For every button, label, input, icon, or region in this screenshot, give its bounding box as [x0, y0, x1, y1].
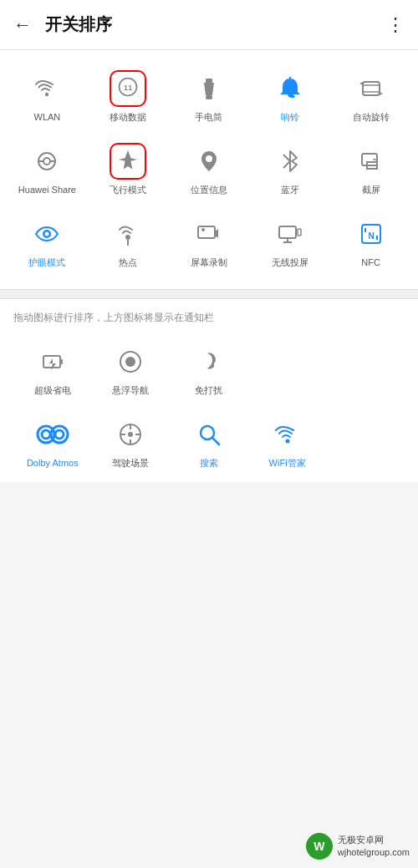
auto-rotate-icon — [358, 75, 385, 102]
wireless-projection-label: 无线投屏 — [272, 257, 308, 268]
search-icon — [196, 421, 222, 448]
nfc-icon-wrap: N — [353, 216, 390, 252]
grid-item-empty-6 — [326, 406, 405, 479]
grid-item-location[interactable]: 位置信息 — [169, 133, 250, 206]
svg-line-15 — [283, 161, 290, 168]
hotspot-label: 热点 — [119, 257, 137, 268]
super-battery-icon-wrap — [34, 343, 71, 380]
svg-rect-34 — [125, 357, 135, 367]
auto-rotate-icon-wrap — [353, 70, 390, 107]
svg-line-46 — [212, 438, 219, 444]
screen-record-label: 屏幕录制 — [191, 257, 227, 268]
grid-item-super-battery[interactable]: 超级省电 — [13, 333, 92, 406]
svg-marker-4 — [204, 83, 214, 95]
svg-point-38 — [55, 430, 64, 439]
wireless-projection-icon-wrap — [272, 216, 308, 252]
hotspot-icon — [115, 221, 141, 247]
grid-row-2: Huawei Share 飞行模式 — [7, 133, 411, 206]
dnd-label: 免打扰 — [195, 385, 222, 396]
huawei-share-label: Huawei Share — [18, 185, 76, 195]
flashlight-icon-wrap — [191, 70, 227, 107]
svg-rect-5 — [206, 95, 212, 99]
watermark: W 无极安卓网 wjhotelgroup.com — [306, 833, 410, 860]
grid-item-flashlight[interactable]: 手电筒 — [169, 60, 250, 133]
grid-row-4: 超级省电 悬浮导航 免打扰 — [13, 333, 405, 406]
section-divider — [0, 289, 418, 299]
wlan-icon-wrap — [28, 70, 65, 107]
auto-rotate-label: 自动旋转 — [353, 112, 390, 123]
eye-care-icon-wrap — [28, 216, 65, 252]
super-battery-icon — [39, 348, 66, 375]
grid-item-eye-care[interactable]: 护眼模式 — [7, 206, 88, 278]
grid-item-search[interactable]: 搜索 — [170, 406, 248, 479]
ringtone-label: 响铃 — [281, 112, 299, 123]
grid-item-empty-5 — [326, 333, 405, 406]
screenshot-icon-wrap — [353, 143, 390, 180]
svg-text:11: 11 — [124, 83, 133, 92]
svg-point-40 — [128, 432, 133, 437]
grid-item-screen-record[interactable]: 屏幕录制 — [169, 206, 250, 278]
grid-item-driving[interactable]: 驾驶场景 — [92, 406, 171, 479]
grid-item-ringtone[interactable]: 响铃 — [249, 60, 330, 133]
nfc-icon: N — [358, 221, 385, 247]
eye-care-icon — [33, 221, 60, 247]
search-label: 搜索 — [200, 458, 218, 469]
grid-item-wlan[interactable]: WLAN — [7, 60, 88, 133]
wifi-manager-icon-wrap — [269, 416, 306, 453]
svg-point-0 — [45, 93, 48, 96]
svg-rect-21 — [198, 226, 215, 238]
float-nav-icon-wrap — [112, 343, 149, 380]
mobile-data-icon: 11 — [116, 75, 140, 99]
watermark-line2: wjhotelgroup.com — [338, 846, 410, 859]
wifi-manager-icon — [274, 421, 301, 448]
search-icon-wrap — [191, 416, 227, 453]
grid-item-mobile-data[interactable]: 11 移动数据 — [88, 60, 169, 133]
super-battery-label: 超级省电 — [34, 385, 71, 396]
bluetooth-icon-wrap — [272, 143, 308, 180]
hint-text: 拖动图标进行排序，上方图标将显示在通知栏 — [13, 311, 405, 325]
grid-item-dnd[interactable]: 免打扰 — [170, 333, 248, 406]
grid-item-wireless-projection[interactable]: 无线投屏 — [249, 206, 330, 278]
grid-item-nfc[interactable]: N NFC — [330, 206, 411, 278]
svg-point-13 — [206, 155, 212, 162]
grid-item-float-nav[interactable]: 悬浮导航 — [92, 333, 171, 406]
screenshot-icon — [358, 148, 385, 175]
svg-rect-25 — [298, 229, 301, 236]
dolby-icon — [36, 423, 69, 446]
grid-row-5: Dolby Atmos 驾驶场景 — [13, 406, 405, 479]
hint-section: 拖动图标进行排序，上方图标将显示在通知栏 超级省电 — [0, 299, 418, 482]
watermark-text: 无极安卓网 wjhotelgroup.com — [338, 834, 410, 860]
page-title: 开关排序 — [45, 13, 386, 36]
dnd-icon — [196, 348, 222, 375]
airplane-highlight — [110, 143, 146, 180]
huawei-share-icon-wrap — [28, 143, 65, 180]
screenshot-label: 截屏 — [362, 185, 380, 195]
dolby-label: Dolby Atmos — [27, 458, 79, 469]
back-button[interactable]: ← — [13, 14, 32, 36]
grid-item-hotspot[interactable]: 热点 — [88, 206, 169, 278]
grid-item-airplane[interactable]: 飞行模式 — [88, 133, 169, 206]
watermark-logo: W — [306, 833, 333, 860]
nfc-label: NFC — [361, 257, 380, 268]
location-label: 位置信息 — [191, 185, 227, 195]
svg-text:N: N — [368, 231, 374, 241]
grid-item-bluetooth[interactable]: 蓝牙 — [249, 133, 330, 206]
grid-item-screenshot[interactable]: 截屏 — [330, 133, 411, 206]
svg-point-19 — [125, 235, 130, 240]
flashlight-icon — [196, 75, 222, 102]
svg-point-36 — [42, 430, 50, 439]
wlan-label: WLAN — [34, 112, 61, 123]
grid-item-dolby[interactable]: Dolby Atmos — [13, 406, 92, 479]
svg-point-23 — [201, 228, 205, 231]
grid-item-wifi-manager[interactable]: WiFi管家 — [248, 406, 327, 479]
more-button[interactable]: ⋮ — [386, 14, 405, 36]
mobile-data-label: 移动数据 — [110, 112, 146, 123]
flashlight-label: 手电筒 — [195, 112, 222, 123]
airplane-icon — [116, 148, 140, 171]
driving-icon — [117, 421, 144, 448]
svg-rect-24 — [279, 226, 296, 238]
ringtone-icon-wrap — [272, 70, 308, 107]
grid-item-huawei-share[interactable]: Huawei Share — [7, 133, 88, 206]
watermark-line1: 无极安卓网 — [338, 834, 410, 846]
grid-item-auto-rotate[interactable]: 自动旋转 — [330, 60, 411, 133]
